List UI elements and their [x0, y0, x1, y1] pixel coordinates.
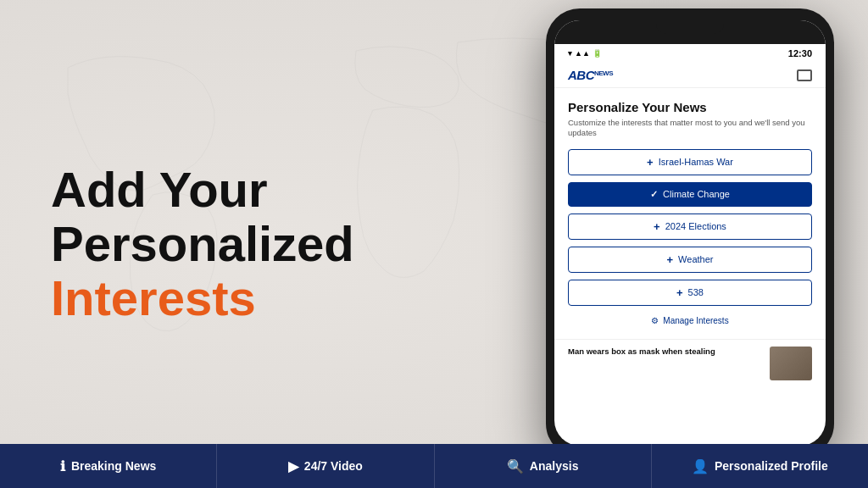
phone-outer: ▾ ▲▲ 🔋 12:30 abcNEWS Personalize Your Ne…	[546, 8, 834, 458]
phone-notch	[554, 20, 826, 44]
video-label: 24/7 Video	[304, 459, 363, 473]
interest-label-israel: Israel-Hamas War	[659, 157, 733, 167]
signal-icon: ▲▲	[575, 49, 590, 58]
interest-label-climate: Climate Change	[663, 189, 730, 199]
headline-line3: Interests	[51, 271, 407, 325]
manage-interests[interactable]: ⚙ Manage Interests	[568, 313, 812, 332]
interest-btn-weather[interactable]: + Weather	[568, 247, 812, 273]
headline: Add Your Personalized Interests	[51, 163, 407, 324]
cast-icon[interactable]	[797, 69, 812, 81]
analysis-icon: 🔍	[507, 458, 524, 474]
plus-icon-elections: +	[654, 220, 660, 233]
interest-label-weather: Weather	[678, 254, 713, 264]
plus-icon-538: +	[676, 286, 683, 299]
plus-icon-weather: +	[667, 253, 674, 266]
check-icon-climate: ✓	[650, 189, 658, 200]
battery-icon: 🔋	[593, 49, 602, 58]
phone-screen: ▾ ▲▲ 🔋 12:30 abcNEWS Personalize Your Ne…	[554, 20, 826, 446]
video-icon: ▶	[288, 458, 298, 474]
news-headline-text: Man wears box as mask when stealing	[568, 347, 763, 357]
personalize-title: Personalize Your News	[568, 100, 812, 114]
signal-icons: ▾ ▲▲ 🔋	[568, 49, 602, 58]
bottom-item-analysis[interactable]: 🔍 Analysis	[435, 444, 652, 488]
interest-btn-climate[interactable]: ✓ Climate Change	[568, 182, 812, 207]
profile-icon: 👤	[692, 458, 709, 474]
status-time: 12:30	[788, 48, 812, 58]
status-bar: ▾ ▲▲ 🔋 12:30	[554, 44, 826, 63]
news-preview: Man wears box as mask when stealing	[554, 339, 826, 387]
analysis-label: Analysis	[530, 459, 579, 473]
interest-label-elections: 2024 Elections	[665, 221, 726, 231]
breaking-news-icon: ℹ	[60, 458, 65, 474]
interest-btn-elections[interactable]: + 2024 Elections	[568, 214, 812, 240]
bottom-item-video[interactable]: ▶ 24/7 Video	[217, 444, 434, 488]
gear-icon: ⚙	[651, 316, 659, 325]
breaking-news-label: Breaking News	[71, 459, 156, 473]
interest-btn-israel[interactable]: + Israel-Hamas War	[568, 149, 812, 175]
news-thumbnail	[770, 347, 812, 380]
profile-label: Personalized Profile	[715, 459, 828, 473]
abc-news-logo: abcNEWS	[568, 68, 613, 82]
app-content: Personalize Your News Customize the inte…	[554, 88, 826, 339]
headline-line2: Personalized	[51, 217, 407, 271]
headline-line1: Add Your	[51, 163, 407, 217]
personalize-subtitle: Customize the interests that matter most…	[568, 118, 812, 139]
bottom-item-breaking[interactable]: ℹ Breaking News	[0, 444, 217, 488]
plus-icon-israel: +	[647, 156, 654, 169]
left-section: Add Your Personalized Interests	[51, 163, 407, 324]
manage-interests-label: Manage Interests	[663, 316, 728, 325]
interest-btn-538[interactable]: + 538	[568, 280, 812, 306]
app-header: abcNEWS	[554, 63, 826, 88]
bottom-bar: ℹ Breaking News ▶ 24/7 Video 🔍 Analysis …	[0, 444, 868, 488]
phone-mockup: ▾ ▲▲ 🔋 12:30 abcNEWS Personalize Your Ne…	[546, 8, 834, 458]
bottom-item-profile[interactable]: 👤 Personalized Profile	[652, 444, 868, 488]
interest-label-538: 538	[688, 287, 704, 297]
wifi-icon: ▾	[568, 49, 572, 58]
